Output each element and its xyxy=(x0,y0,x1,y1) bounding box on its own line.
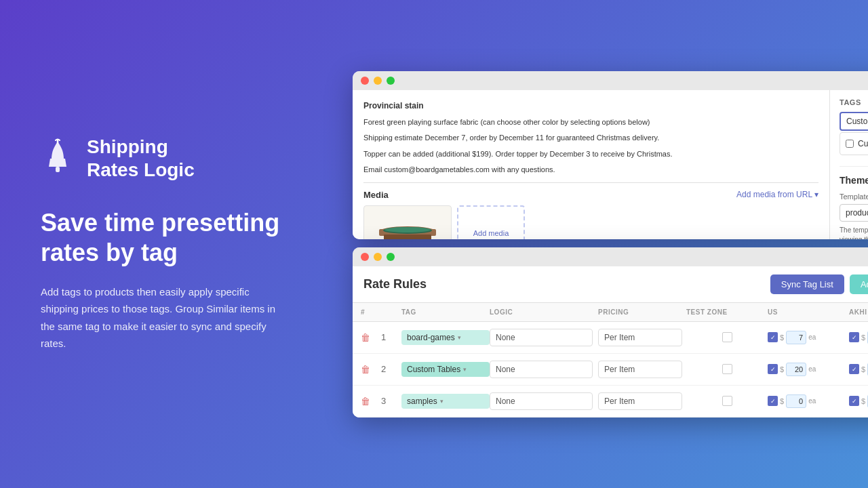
media-area: Add media or drop files to upload xyxy=(363,205,818,239)
product-fabric: Forest green playing surface fabric (can… xyxy=(363,117,818,128)
close-btn-bottom[interactable] xyxy=(361,253,369,261)
media-upload-zone[interactable]: Add media or drop files to upload xyxy=(457,205,525,239)
add-media-text: Add media xyxy=(473,229,509,237)
delete-row-2-button[interactable]: 🗑 xyxy=(361,364,381,375)
rate-rules-actions: Sync Tag List Add Rule Save xyxy=(770,274,868,294)
col-header-akhi: AKHI xyxy=(849,308,868,316)
col-header-us: US xyxy=(768,308,849,316)
tags-dropdown-item[interactable]: Custom Tables xyxy=(840,136,868,152)
row-3-us-input[interactable] xyxy=(786,394,806,408)
row-1-test-zone-checkbox[interactable] xyxy=(722,332,732,342)
tags-dropdown: Custom Tables xyxy=(840,132,868,155)
col-header-test-zone: TEST ZONE xyxy=(686,308,768,316)
tags-input[interactable] xyxy=(840,112,868,131)
row-2-logic-select[interactable]: None xyxy=(490,361,593,378)
rate-table: # TAG LOGIC PRICING TEST ZONE US AKHI CA… xyxy=(353,303,868,418)
row-3-us-checkbox[interactable] xyxy=(768,396,778,406)
row-1-tag-chevron-icon: ▾ xyxy=(458,334,461,341)
row-2-test-zone[interactable] xyxy=(686,364,768,374)
tags-dropdown-label: Custom Tables xyxy=(858,139,868,148)
row-1-num: 1 xyxy=(381,332,401,342)
logo-icon xyxy=(41,138,75,179)
titlebar-top xyxy=(353,71,868,90)
row-2-akhi-price: $ ea xyxy=(849,363,868,376)
row-1-logic-select[interactable]: None xyxy=(490,329,593,346)
tags-section: TAGS View all tags Custom Tables xyxy=(840,98,868,155)
row-3-us-price: $ ea xyxy=(768,394,849,408)
theme-section: Theme templates Template suffix product … xyxy=(840,166,868,239)
table-row: 🗑 2 Custom Tables ▾ None Per Item $ xyxy=(353,354,868,386)
row-1-tag-label: board-games xyxy=(407,333,455,342)
row-2-us-unit: ea xyxy=(808,365,816,373)
row-1-test-zone[interactable] xyxy=(686,332,768,342)
row-3-tag-chevron-icon: ▾ xyxy=(440,398,443,405)
row-3-logic-select[interactable]: None xyxy=(490,392,593,410)
table-header-row: # TAG LOGIC PRICING TEST ZONE US AKHI CA xyxy=(353,303,868,322)
titlebar-bottom xyxy=(353,247,868,266)
row-2-us-dollar: $ xyxy=(780,365,784,373)
logo-area: Shipping Rates Logic xyxy=(41,136,312,181)
tags-header: TAGS View all tags xyxy=(840,98,868,106)
row-2-test-zone-checkbox[interactable] xyxy=(722,364,732,374)
template-suffix-select[interactable]: product xyxy=(840,204,868,222)
col-header-hash: # xyxy=(361,308,381,316)
col-header-tag: TAG xyxy=(401,308,490,316)
product-editor-window: Provincial stain Forest green playing su… xyxy=(353,71,868,239)
row-3-us-unit: ea xyxy=(808,397,816,405)
row-1-tag-badge[interactable]: board-games ▾ xyxy=(401,330,490,345)
row-3-akhi-price: $ ea xyxy=(849,394,868,408)
close-btn-top[interactable] xyxy=(361,77,369,85)
row-2-akhi-checkbox[interactable] xyxy=(849,364,859,374)
template-hint: The template customers see when viewing … xyxy=(840,226,868,239)
delete-row-1-button[interactable]: 🗑 xyxy=(361,332,381,343)
product-email: Email custom@boardgametables.com with an… xyxy=(363,164,818,176)
row-1-akhi-price: $ ea xyxy=(849,331,868,344)
svg-rect-0 xyxy=(56,167,60,172)
row-1-akhi-checkbox[interactable] xyxy=(849,332,859,342)
row-2-tag-badge[interactable]: Custom Tables ▾ xyxy=(401,362,490,377)
tags-dropdown-checkbox[interactable] xyxy=(846,140,854,148)
row-2-us-price: $ ea xyxy=(768,363,849,376)
row-3-us-dollar: $ xyxy=(780,397,784,405)
col-header-empty xyxy=(381,308,401,316)
row-2-us-checkbox[interactable] xyxy=(768,364,778,374)
template-suffix-label: Template suffix xyxy=(840,192,868,201)
row-3-test-zone-checkbox[interactable] xyxy=(722,396,732,406)
row-1-us-dollar: $ xyxy=(780,333,784,342)
rate-rules-window: Rate Rules Sync Tag List Add Rule Save #… xyxy=(353,247,868,418)
row-3-num: 3 xyxy=(381,396,401,406)
row-3-test-zone[interactable] xyxy=(686,396,768,406)
maximize-btn-bottom[interactable] xyxy=(387,253,395,261)
minimize-btn-top[interactable] xyxy=(374,77,382,85)
theme-templates-title: Theme templates xyxy=(840,175,868,186)
table-row: 🗑 3 samples ▾ None Per Item $ xyxy=(353,386,868,418)
media-label: Media xyxy=(363,190,389,200)
row-3-akhi-checkbox[interactable] xyxy=(849,396,859,406)
description: Add tags to products then easily apply s… xyxy=(41,283,285,352)
row-2-us-input[interactable] xyxy=(786,363,806,376)
minimize-btn-bottom[interactable] xyxy=(374,253,382,261)
product-topper: Topper can be added (additional $199). O… xyxy=(363,148,818,160)
delete-row-3-button[interactable]: 🗑 xyxy=(361,396,381,407)
product-image xyxy=(363,205,452,239)
sync-tag-list-button[interactable]: Sync Tag List xyxy=(770,274,844,294)
rate-rules-header: Rate Rules Sync Tag List Add Rule Save xyxy=(353,266,868,303)
col-header-logic: LOGIC xyxy=(490,308,598,316)
maximize-btn-top[interactable] xyxy=(387,77,395,85)
template-select-wrapper: product xyxy=(840,204,868,222)
row-3-tag-badge[interactable]: samples ▾ xyxy=(401,394,490,409)
row-1-us-input[interactable] xyxy=(786,331,806,344)
row-3-pricing-select[interactable]: Per Item xyxy=(598,392,682,410)
row-2-pricing-select[interactable]: Per Item xyxy=(598,361,682,378)
product-description: Provincial stain Forest green playing su… xyxy=(363,100,818,176)
row-1-akhi-dollar: $ xyxy=(861,333,865,342)
product-stain: Provincial stain xyxy=(363,100,818,112)
add-rule-button[interactable]: Add Rule xyxy=(850,274,868,294)
svg-point-8 xyxy=(384,227,431,232)
row-1-us-unit: ea xyxy=(808,333,816,341)
row-1-us-checkbox[interactable] xyxy=(768,332,778,342)
row-3-tag-label: samples xyxy=(407,396,437,406)
row-1-pricing-select[interactable]: Per Item xyxy=(598,329,682,346)
add-media-link[interactable]: Add media from URL ▾ xyxy=(736,190,818,199)
table-row: 🗑 1 board-games ▾ None Per Item $ xyxy=(353,322,868,354)
